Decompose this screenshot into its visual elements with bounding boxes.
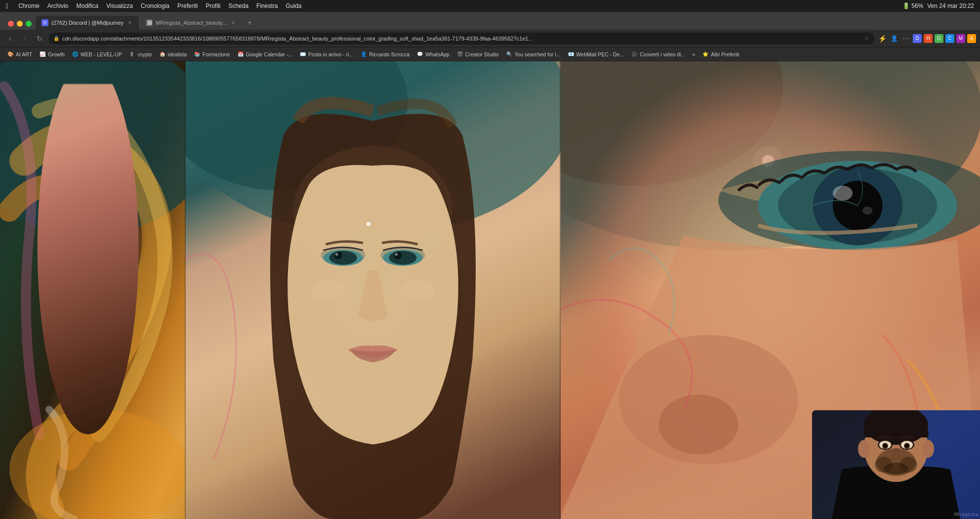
back-button[interactable]: ‹ [4, 33, 16, 44]
lock-icon: 🔒 [53, 36, 59, 41]
svg-point-2 [39, 176, 159, 325]
bookmark-formazione-label: Formazione [203, 51, 230, 57]
image-display: MRregista [0, 61, 980, 519]
tab-discord[interactable]: D (2762) Discord | @Midjourney ✕ [36, 16, 139, 30]
bookmark-converti[interactable]: 🎥 Converti i video di... [628, 49, 688, 60]
tab-favicon-image: 🖼 [146, 19, 153, 26]
url-text: cdn.discordapp.com/attachments/101351233… [62, 36, 861, 42]
menu-modifica[interactable]: Modifica [77, 2, 99, 9]
bookmark-converti-icon: 🎥 [631, 51, 638, 58]
bookmark-search-label: You searched for l... [515, 51, 561, 57]
menu-finestra[interactable]: Finestra [256, 2, 278, 9]
chrome-extension-1[interactable]: D [913, 34, 922, 43]
datetime: Ven 24 mar 20:22 [927, 2, 974, 9]
bookmark-idealista-icon: 🏠 [159, 51, 166, 58]
bookmark-formazione-icon: 📚 [194, 51, 201, 58]
svg-point-3 [94, 235, 119, 245]
chrome-extension-5[interactable]: M [956, 34, 965, 43]
forward-button[interactable]: › [19, 33, 31, 44]
chrome-extension-3[interactable]: G [935, 34, 943, 43]
chrome-extension-2[interactable]: H [924, 34, 933, 43]
chrome-extension-4[interactable]: C [945, 34, 954, 43]
bookmark-riccardo-icon: 👤 [360, 51, 367, 58]
bookmark-ai-art-label: AI ART [16, 51, 32, 57]
svg-point-56 [922, 440, 934, 458]
bookmarks-bar: 🎨 AI ART 📈 Growth 🌐 WEB - LEVEL-UP ₿ cry… [0, 47, 980, 61]
bookmark-altri-label: Altri Preferiti [711, 51, 739, 57]
menu-cronologia[interactable]: Cronologia [141, 2, 169, 9]
menu-guida[interactable]: Guida [286, 2, 301, 9]
bookmark-altri-preferiti[interactable]: ⭐ Altri Preferiti [699, 49, 742, 60]
bookmark-web-label: WEB - LEVEL-UP [81, 51, 122, 57]
svg-point-18 [394, 251, 402, 259]
more-options-icon[interactable]: ⋯ [901, 34, 911, 43]
bookmark-riccardo-label: Riccardo Scrocca [369, 51, 409, 57]
address-bar: ‹ › ↻ 🔒 cdn.discordapp.com/attachments/1… [0, 30, 980, 47]
bookmark-whatsapp-label: WhatsApp [425, 51, 449, 57]
bookmark-crypto[interactable]: ₿ crypto [126, 49, 155, 60]
menu-profili[interactable]: Profili [205, 2, 220, 9]
svg-point-55 [858, 440, 870, 458]
bookmark-whatsapp-icon: 💬 [416, 51, 423, 58]
minimize-button[interactable] [17, 21, 23, 27]
webcam-overlay: MRregista [812, 410, 980, 519]
menu-visualizza[interactable]: Visualizza [106, 2, 133, 9]
tab-image[interactable]: 🖼 MRregista_Abstract_beauty... ✕ [140, 16, 243, 30]
apple-logo:  [6, 2, 8, 10]
chrome-extension-6[interactable]: A [967, 34, 976, 43]
tab-bar-left [4, 21, 36, 30]
image-panel-left [0, 61, 185, 519]
fullscreen-button[interactable] [26, 21, 32, 27]
bookmark-crypto-icon: ₿ [129, 51, 136, 58]
bookmark-ai-art-icon: 🎨 [7, 51, 14, 58]
bookmark-you-searched[interactable]: 🔍 You searched for l... [503, 49, 564, 60]
bookmark-ai-art[interactable]: 🎨 AI ART [4, 49, 35, 60]
new-tab-button[interactable]: + [243, 16, 256, 30]
bookmark-idealista[interactable]: 🏠 idealista [156, 49, 190, 60]
tab-close-image[interactable]: ✕ [230, 19, 237, 26]
menu-scheda[interactable]: Scheda [228, 2, 248, 9]
bookmark-idealista-label: idealista [168, 51, 187, 57]
bookmark-posta-icon: ✉️ [299, 51, 306, 58]
bookmark-webmail[interactable]: 📧 WebMail PEC - De... [565, 49, 627, 60]
bookmark-crypto-label: crypto [138, 51, 152, 57]
extensions-icon[interactable]: ⚡ [877, 34, 887, 43]
svg-point-20 [311, 280, 345, 300]
svg-point-13 [329, 251, 357, 264]
menu-archivio[interactable]: Archivio [47, 2, 69, 9]
bookmark-riccardo[interactable]: 👤 Riccardo Scrocca [357, 49, 412, 60]
bookmark-growth[interactable]: 📈 Growth [36, 49, 68, 60]
bookmark-posta[interactable]: ✉️ Posta in arrivo - ri... [296, 49, 356, 60]
svg-point-19 [395, 253, 398, 256]
menu-preferiti[interactable]: Preferiti [177, 2, 198, 9]
tab-close-discord[interactable]: ✕ [126, 19, 133, 26]
svg-point-54 [884, 463, 908, 475]
bookmark-google-calendar[interactable]: 📅 Google Calendar -... [234, 49, 296, 60]
close-button[interactable] [8, 21, 14, 27]
url-bar[interactable]: 🔒 cdn.discordapp.com/attachments/1013512… [48, 33, 874, 44]
svg-point-33 [833, 186, 853, 201]
bookmark-creator-label: Creator Studio [465, 51, 499, 57]
bookmark-webmail-label: WebMail PEC - De... [576, 51, 624, 57]
panel-divider-1 [185, 61, 186, 519]
bookmark-altri-icon: ⭐ [702, 51, 709, 58]
bookmark-web-levelup[interactable]: 🌐 WEB - LEVEL-UP [69, 49, 125, 60]
svg-point-36 [659, 394, 738, 454]
toolbar-icons: ⚡ 👤 ⋯ D H G C M A [877, 34, 976, 43]
svg-point-34 [862, 207, 872, 215]
bookmark-star-icon[interactable]: ☆ [864, 35, 869, 42]
bookmark-creator-icon: 🎬 [456, 51, 463, 58]
reload-button[interactable]: ↻ [34, 33, 45, 44]
bookmark-more[interactable]: » [689, 49, 698, 60]
image-panel-center [185, 61, 561, 519]
main-content: MRregista [0, 61, 980, 519]
bookmark-formazione[interactable]: 📚 Formazione [191, 49, 233, 60]
svg-point-17 [389, 251, 416, 264]
bookmark-growth-label: Growth [48, 51, 65, 57]
bookmark-whatsapp[interactable]: 💬 WhatsApp [413, 49, 452, 60]
menubar:  Chrome Archivio Modifica Visualizza Cr… [0, 0, 980, 12]
profile-icon[interactable]: 👤 [889, 34, 899, 43]
bookmark-calendar-icon: 📅 [237, 51, 244, 58]
menu-chrome[interactable]: Chrome [18, 2, 40, 9]
bookmark-creator-studio[interactable]: 🎬 Creator Studio [453, 49, 502, 60]
